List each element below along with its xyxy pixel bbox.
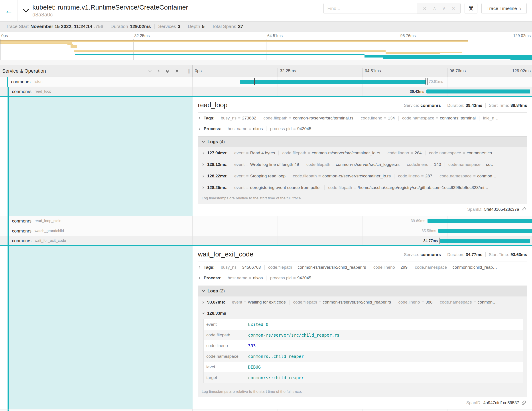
- span-timeline-cell[interactable]: 34.77ms: [193, 236, 532, 245]
- tag-pill[interactable]: busy_ns=34506763: [217, 265, 265, 270]
- service-accent-bar: [8, 87, 9, 96]
- collapse-one-right-button[interactable]: [157, 69, 161, 73]
- collapse-one-down-button[interactable]: [148, 69, 152, 73]
- span-row-read_loop_stdin[interactable]: conmonrsread_loop_stdin39.69ms: [0, 216, 532, 226]
- span-name-column[interactable]: conmonrsread_loop_stdin: [0, 216, 193, 226]
- process-pill[interactable]: host.name=nixos: [224, 126, 266, 131]
- span-timeline-cell[interactable]: 303μs: [193, 410, 532, 411]
- span-row-wait_for_exit_code[interactable]: conmonrswait_for_exit_code34.77ms: [0, 236, 532, 246]
- log-field-pill[interactable]: code.lineno=388: [395, 300, 436, 305]
- span-row-write_exit_path[interactable]: conmonrswrite_exit_path303μs: [0, 410, 532, 411]
- log-field-pill[interactable]: code.filepath=conmon-rs/server/src/cri_l…: [303, 162, 403, 167]
- minimap-span-bar: [511, 59, 532, 60]
- tag-value: 942045: [297, 275, 311, 280]
- span-name-column[interactable]: conmonrslisten: [0, 77, 193, 87]
- span-duration-bar[interactable]: [426, 89, 530, 93]
- log-field-pill[interactable]: event=Stopping read loop: [231, 174, 289, 178]
- span-name-column[interactable]: conmonrswait_for_exit_code: [0, 236, 193, 245]
- service-accent-bar: [7, 77, 8, 87]
- locate-icon[interactable]: [422, 6, 427, 11]
- chevron-down-icon[interactable]: ∨: [442, 6, 446, 11]
- tag-pill[interactable]: idle_n…: [479, 116, 502, 121]
- log-field-pill[interactable]: event=Read 4 bytes: [231, 151, 279, 156]
- span-id-value: 5faf48165428c37a: [484, 207, 519, 212]
- log-entry[interactable]: 127.94ms:event=Read 4 bytescode.filepath…: [198, 147, 527, 159]
- span-row-watch_grandchild[interactable]: conmonrswatch_grandchild35.58ms: [0, 226, 532, 236]
- service-accent-bar: [8, 410, 9, 411]
- process-pill[interactable]: process.pid=942045: [266, 275, 315, 280]
- log-field-pill[interactable]: code.filepath=conmon-rs/server/src/child…: [290, 300, 395, 305]
- span-duration-bar[interactable]: [438, 229, 532, 233]
- keyboard-shortcuts-button[interactable]: ⌘: [465, 3, 477, 14]
- span-timeline-cell[interactable]: 35.58ms: [193, 226, 532, 236]
- chevron-right-icon: [202, 163, 205, 166]
- log-field-pill[interactable]: code.lineno=140: [403, 162, 445, 167]
- tag-pill[interactable]: code.lineno=299: [370, 265, 411, 270]
- log-field-pill[interactable]: event=Wrote log line of length 49: [231, 162, 303, 167]
- log-field-pill[interactable]: code.filepath=conmon-rs/server/src/conta…: [279, 151, 384, 156]
- tag-pill[interactable]: busy_ns=273882: [217, 116, 260, 121]
- tag-pill[interactable]: code.lineno=134: [357, 116, 399, 121]
- span-timeline-cell[interactable]: 70.91ms: [193, 77, 532, 87]
- process-row[interactable]: Process:host.name=nixosprocess.pid=94204…: [198, 273, 527, 283]
- log-field-pill[interactable]: code.lineno=287: [394, 174, 436, 178]
- span-name-column[interactable]: conmonrswatch_grandchild: [0, 226, 193, 236]
- tag-value: 287: [425, 174, 432, 178]
- span-timeline-cell[interactable]: 39.43ms: [193, 87, 532, 96]
- tag-pill[interactable]: code.filepath=conmon-rs/server/src/child…: [265, 265, 370, 270]
- chevron-right-icon: [198, 127, 201, 131]
- link-icon[interactable]: [521, 400, 526, 405]
- tag-value: conmonrs::child_reap…: [453, 265, 497, 270]
- log-entry[interactable]: 128.12ms:event=Wrote log line of length …: [198, 159, 527, 170]
- span-row-read_loop[interactable]: conmonrsread_loop39.43ms: [0, 87, 532, 97]
- tags-row[interactable]: Tags:busy_ns=273882code.filepath=conmon-…: [198, 113, 527, 123]
- minimap-span-bar: [0, 41, 468, 42]
- tag-equals: =: [482, 162, 484, 167]
- span-duration-bar[interactable]: [240, 80, 427, 84]
- log-field-pill[interactable]: code.lineno=264: [384, 151, 426, 156]
- log-field-pill[interactable]: event=Waiting for exit code: [228, 300, 290, 305]
- tag-key: code.filepath: [328, 185, 352, 190]
- collapse-all-down-button[interactable]: [166, 69, 170, 73]
- log-field-pill[interactable]: code.namespace=conmon…: [436, 174, 500, 178]
- log-entry-expanded-header[interactable]: 128.33ms: [198, 308, 527, 318]
- view-selector-button[interactable]: Trace Timeline ∨: [481, 3, 527, 14]
- process-pill[interactable]: host.name=nixos: [224, 275, 266, 280]
- log-field-pill[interactable]: code.namespace=co…: [445, 162, 498, 167]
- link-icon[interactable]: [521, 207, 526, 212]
- chevron-up-icon[interactable]: ∧: [433, 6, 436, 11]
- log-entry[interactable]: 128.22ms:event=Stopping read loopcode.fi…: [198, 170, 527, 182]
- log-timestamp: 128.25ms:: [207, 185, 228, 190]
- span-meta-item: Duration:34.77ms: [444, 252, 486, 257]
- tags-row[interactable]: Tags:busy_ns=34506763code.filepath=conmo…: [198, 262, 527, 273]
- trace-title-collapse-button[interactable]: [23, 9, 29, 13]
- span-name-column[interactable]: conmonrswrite_exit_path: [0, 410, 193, 411]
- log-field-pill[interactable]: code.filepath=conmon-rs/server/src/conta…: [289, 174, 394, 178]
- tag-pill[interactable]: code.filepath=conmon-rs/server/src/termi…: [260, 116, 357, 121]
- timeline-minimap[interactable]: [0, 39, 532, 60]
- log-entry[interactable]: 128.25ms:event=deregistering event sourc…: [198, 182, 527, 193]
- process-row[interactable]: Process:host.name=nixosprocess.pid=94204…: [198, 123, 527, 134]
- log-entry[interactable]: 93.87ms:event=Waiting for exit codecode.…: [198, 296, 527, 308]
- operation-name: wait_for_exit_code: [35, 238, 66, 243]
- logs-header[interactable]: Logs(4): [198, 137, 527, 147]
- collapse-all-right-button[interactable]: [175, 69, 179, 73]
- log-field-pill[interactable]: event=deregistering event source from po…: [231, 185, 325, 190]
- span-timeline-cell[interactable]: 39.69ms: [193, 216, 532, 226]
- span-duration-bar[interactable]: [440, 239, 530, 243]
- log-field-pill[interactable]: code.filepath=/home/sascha/.cargo/regist…: [324, 185, 492, 190]
- tag-pill[interactable]: code.namespace=conmonrs::terminal: [399, 116, 479, 121]
- tag-key: code.namespace: [415, 265, 447, 270]
- tag-pill[interactable]: code.namespace=conmonrs::child_reap…: [411, 265, 501, 270]
- find-input[interactable]: [324, 3, 417, 14]
- process-pill[interactable]: process.pid=942045: [266, 126, 315, 131]
- logs-header[interactable]: Logs(2): [198, 286, 527, 296]
- log-field-pill[interactable]: code.namespace=conmon…: [436, 300, 500, 305]
- back-button[interactable]: ←: [0, 0, 18, 21]
- close-icon[interactable]: ✕: [451, 6, 456, 11]
- span-row-listen[interactable]: conmonrslisten70.91ms: [0, 77, 532, 87]
- column-resize-grip[interactable]: ∥: [188, 68, 190, 74]
- span-name-column[interactable]: conmonrsread_loop: [0, 87, 193, 96]
- log-field-pill[interactable]: code.namespace=conmonrs::co…: [426, 151, 500, 156]
- span-duration-bar[interactable]: [428, 219, 532, 223]
